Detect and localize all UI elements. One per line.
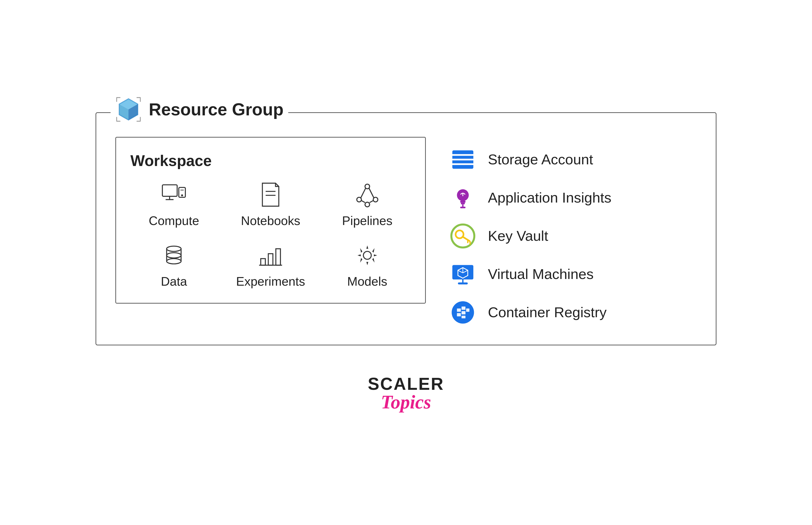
svg-point-20	[167, 246, 181, 251]
compute-icon	[161, 181, 187, 208]
storage-account-icon	[450, 146, 476, 173]
experiments-label: Experiments	[236, 274, 305, 288]
container-registry-icon	[450, 299, 476, 326]
right-panel: Storage Account	[450, 137, 697, 326]
resource-group-header: Resource Group	[110, 96, 288, 122]
svg-line-19	[370, 200, 373, 202]
right-panel-container-registry: Container Registry	[450, 299, 697, 326]
svg-point-15	[365, 202, 370, 207]
workspace-grid: Compute Notebooks	[131, 181, 411, 288]
svg-point-26	[167, 258, 181, 264]
compute-label: Compute	[149, 213, 199, 228]
svg-line-16	[361, 188, 366, 198]
application-insights-label: Application Insights	[488, 190, 612, 206]
key-vault-icon	[450, 223, 476, 249]
right-panel-application-insights: Application Insights	[450, 185, 697, 211]
svg-rect-56	[457, 313, 461, 316]
application-insights-icon	[450, 185, 476, 211]
svg-rect-57	[462, 306, 466, 310]
svg-point-23	[167, 253, 181, 258]
svg-point-14	[373, 197, 378, 202]
resource-group-content: Workspace	[115, 137, 697, 326]
branding: SCALER Topics	[368, 374, 444, 413]
svg-rect-28	[268, 254, 273, 265]
workspace-item-notebooks: Notebooks	[227, 181, 314, 228]
workspace-item-models: Models	[324, 242, 411, 288]
svg-point-12	[365, 184, 370, 189]
svg-rect-60	[462, 316, 466, 318]
workspace-item-pipelines: Pipelines	[324, 181, 411, 228]
models-label: Models	[347, 274, 387, 288]
resource-group-icon	[115, 96, 141, 122]
workspace-item-experiments: Experiments	[227, 242, 314, 288]
right-panel-key-vault: Key Vault	[450, 223, 697, 249]
svg-rect-59	[466, 309, 469, 312]
key-vault-label: Key Vault	[488, 228, 548, 244]
data-label: Data	[161, 274, 187, 288]
pipelines-label: Pipelines	[342, 213, 392, 228]
svg-rect-4	[162, 185, 177, 196]
svg-rect-39	[461, 202, 465, 204]
branding-scaler-text: SCALER	[368, 374, 444, 394]
virtual-machines-icon	[450, 261, 476, 287]
svg-rect-41	[460, 207, 465, 208]
experiments-icon	[257, 242, 284, 269]
notebooks-label: Notebooks	[241, 213, 300, 228]
right-panel-storage-account: Storage Account	[450, 146, 697, 173]
models-icon	[354, 242, 380, 269]
main-container: Resource Group Workspace	[0, 112, 812, 413]
resource-group-box: Resource Group Workspace	[95, 112, 717, 345]
workspace-box: Workspace	[115, 137, 426, 304]
storage-account-label: Storage Account	[488, 151, 593, 168]
svg-rect-38	[460, 201, 465, 202]
svg-rect-58	[462, 311, 466, 314]
notebooks-icon	[257, 181, 284, 208]
right-panel-virtual-machines: Virtual Machines	[450, 261, 697, 287]
svg-rect-29	[276, 249, 280, 265]
svg-line-18	[361, 200, 365, 202]
workspace-title: Workspace	[131, 152, 411, 169]
resource-group-title: Resource Group	[149, 100, 284, 119]
svg-point-13	[357, 197, 361, 202]
svg-rect-55	[457, 309, 461, 312]
svg-rect-53	[458, 282, 468, 284]
pipelines-icon	[354, 181, 380, 208]
svg-point-8	[181, 194, 183, 196]
virtual-machines-label: Virtual Machines	[488, 266, 593, 282]
svg-point-31	[363, 251, 371, 259]
data-icon	[161, 242, 187, 269]
svg-rect-27	[261, 258, 265, 265]
container-registry-label: Container Registry	[488, 304, 606, 320]
branding-topics-text: Topics	[381, 391, 431, 413]
workspace-item-compute: Compute	[131, 181, 217, 228]
workspace-item-data: Data	[131, 242, 217, 288]
svg-line-17	[369, 188, 374, 198]
